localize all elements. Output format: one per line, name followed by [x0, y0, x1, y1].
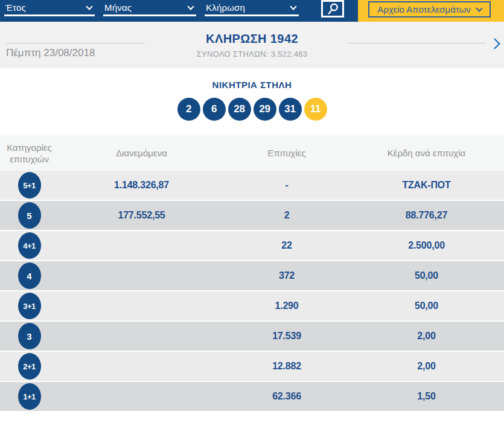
table-row: 2+112.8822,00: [0, 352, 504, 382]
table-row: 437250,00: [0, 261, 504, 291]
table-row: 4+1222.500,00: [0, 231, 504, 261]
category-badge: 3: [18, 323, 41, 349]
prize-cell: ΤΖΑΚ-ΠΟΤ: [349, 171, 504, 200]
prize-cell: 2,00: [349, 322, 504, 351]
winning-numbers: 2628293111: [0, 98, 504, 121]
header-distributed: Διανεμόμενα: [59, 135, 225, 171]
archive-bar: Αρχείο Αποτελεσμάτων: [358, 0, 504, 22]
distributed-cell: 1.148.326,87: [59, 171, 225, 200]
prize-cell: 2,00: [349, 352, 504, 381]
bonus-number-ball: 11: [304, 98, 327, 121]
category-cell: 5+1: [0, 171, 59, 200]
distributed-cell: [59, 352, 225, 381]
winners-cell: 1.290: [225, 291, 349, 320]
winners-cell: -: [225, 171, 349, 200]
winners-cell: 372: [225, 261, 349, 290]
category-cell: 5: [0, 201, 59, 230]
joker-results-page: Έτος Μήνας Κλήρωση Αρχείο Αποτελεσμάτων: [0, 0, 504, 423]
category-cell: 4+1: [0, 231, 59, 260]
category-badge: 5: [18, 202, 41, 229]
winners-cell: 17.539: [225, 322, 349, 351]
winning-number-ball: 28: [228, 98, 251, 121]
results-table: Κατηγορίες επιτυχιών Διανεμόμενα Επιτυχί…: [0, 135, 504, 412]
table-row: 317.5392,00: [0, 322, 504, 352]
category-cell: 4: [0, 261, 59, 290]
winners-cell: 22: [225, 231, 349, 260]
winning-number-ball: 31: [279, 98, 302, 121]
search-button[interactable]: [321, 0, 344, 17]
category-cell: 1+1: [0, 382, 59, 411]
results-table-body: 5+11.148.326,87-ΤΖΑΚ-ΠΟΤ5177.552,55288.7…: [0, 171, 504, 412]
winning-number-ball: 6: [203, 98, 226, 121]
prize-cell: 2.500,00: [349, 231, 504, 260]
chevron-down-icon: [290, 3, 296, 10]
winners-cell: 62.366: [225, 382, 349, 411]
winning-column-section: ΝΙΚΗΤΡΙΑ ΣΤΗΛΗ 2628293111: [0, 68, 504, 135]
top-filter-bar: Έτος Μήνας Κλήρωση Αρχείο Αποτελεσμάτων: [0, 0, 504, 22]
table-row: 5+11.148.326,87-ΤΖΑΚ-ΠΟΤ: [0, 171, 504, 201]
category-cell: 3+1: [0, 291, 59, 320]
distributed-cell: [59, 261, 225, 290]
header-winners: Επιτυχίες: [225, 135, 349, 171]
chevron-down-icon: [476, 5, 482, 11]
magnifier-icon: [327, 2, 339, 16]
year-dropdown[interactable]: Έτος: [4, 1, 95, 16]
chevron-down-icon: [86, 3, 92, 10]
chevron-down-icon: [187, 3, 194, 10]
category-badge: 3+1: [18, 293, 41, 319]
results-archive-label: Αρχείο Αποτελεσμάτων: [377, 4, 471, 14]
draw-dropdown[interactable]: Κλήρωση: [205, 1, 299, 16]
distributed-cell: 177.552,55: [59, 201, 225, 230]
winning-number-ball: 2: [177, 98, 200, 121]
distributed-cell: [59, 231, 225, 260]
category-cell: 2+1: [0, 352, 59, 381]
table-row: 5177.552,55288.776,27: [0, 201, 504, 231]
prize-cell: 50,00: [349, 291, 504, 320]
category-badge: 2+1: [18, 353, 41, 380]
header-prize-per-win: Κέρδη ανά επιτυχία: [349, 135, 504, 171]
category-badge: 5+1: [18, 172, 41, 199]
category-badge: 1+1: [18, 383, 41, 410]
winning-number-ball: 29: [254, 98, 276, 121]
winners-cell: 12.882: [225, 352, 349, 381]
category-badge: 4: [18, 262, 41, 289]
results-archive-button[interactable]: Αρχείο Αποτελεσμάτων: [368, 1, 491, 17]
month-dropdown[interactable]: Μήνας: [103, 1, 196, 16]
category-cell: 3: [0, 322, 59, 351]
winners-cell: 2: [225, 201, 349, 230]
table-row: 3+11.29050,00: [0, 291, 504, 322]
winning-column-title: ΝΙΚΗΤΡΙΑ ΣΤΗΛΗ: [0, 68, 504, 90]
distributed-cell: [59, 322, 225, 351]
results-table-header: Κατηγορίες επιτυχιών Διανεμόμενα Επιτυχί…: [0, 135, 504, 171]
prize-cell: 1,50: [349, 382, 504, 411]
distributed-cell: [59, 291, 225, 320]
table-row: 1+162.3661,50: [0, 382, 504, 412]
year-dropdown-label: Έτος: [5, 2, 26, 13]
month-dropdown-label: Μήνας: [104, 2, 132, 13]
prize-cell: 50,00: [349, 261, 504, 290]
total-columns-label: ΣΥΝΟΛΟ ΣΤΗΛΩΝ: 3.522.463: [0, 49, 504, 59]
header-categories: Κατηγορίες επιτυχιών: [0, 135, 59, 171]
draw-dropdown-label: Κλήρωση: [206, 2, 245, 13]
distributed-cell: [59, 382, 225, 411]
category-badge: 4+1: [18, 232, 41, 259]
draw-title: ΚΛΗΡΩΣΗ 1942: [0, 32, 504, 46]
draw-header: Πέμπτη 23/08/2018 ΚΛΗΡΩΣΗ 1942 ΣΥΝΟΛΟ ΣΤ…: [0, 22, 504, 68]
divider-line: [347, 43, 486, 43]
prize-cell: 88.776,27: [349, 201, 504, 230]
